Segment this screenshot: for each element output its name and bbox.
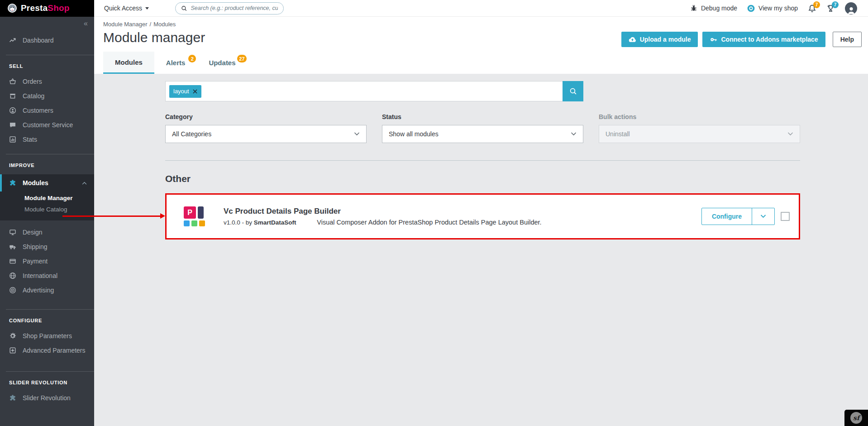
category-select[interactable]: All Categories <box>165 125 367 143</box>
tab-alerts-label: Alerts <box>166 59 186 67</box>
module-logo-letter: P <box>184 206 196 219</box>
module-logo-square-green <box>191 220 197 226</box>
module-description: Visual Composer Addon for PrestaShop Pro… <box>317 219 541 226</box>
global-search[interactable] <box>175 2 284 14</box>
tab-updates-label: Updates <box>209 59 235 67</box>
filters-row: Category All Categories Status Show all … <box>165 113 800 143</box>
quick-access-menu[interactable]: Quick Access <box>104 5 149 12</box>
configure-dropdown-toggle[interactable] <box>752 208 774 225</box>
page-title: Module manager <box>103 29 205 46</box>
sidebar-item-orders[interactable]: Orders <box>0 74 94 89</box>
sidebar-section-configure: CONFIGURE <box>0 310 94 329</box>
sidebar-item-customers[interactable]: Customers <box>0 103 94 118</box>
sidebar-item-label: Payment <box>23 258 48 265</box>
sidebar-item-label: Advanced Parameters <box>23 347 86 354</box>
sidebar-item-dashboard[interactable]: Dashboard <box>0 33 94 48</box>
category-filter: Category All Categories <box>165 113 367 143</box>
sidebar-item-advanced-parameters[interactable]: Advanced Parameters <box>0 343 94 358</box>
module-searchbar: layout <box>165 81 583 101</box>
prestashop-logo[interactable]: PrestaShop <box>0 0 94 17</box>
trending-up-icon <box>9 37 16 44</box>
tab-updates[interactable]: Updates 27 <box>197 52 247 74</box>
sidebar-item-shop-parameters[interactable]: Shop Parameters <box>0 329 94 343</box>
user-avatar[interactable] <box>845 2 857 14</box>
sidebar-item-advertising[interactable]: Advertising <box>0 283 94 297</box>
sidebar-item-design[interactable]: Design <box>0 225 94 239</box>
announcements-count-badge: 7 <box>832 1 839 8</box>
sidebar-item-label: Dashboard <box>23 37 54 44</box>
sidebar-item-label: Modules <box>23 179 48 187</box>
status-value: Show all modules <box>389 130 439 138</box>
view-my-shop[interactable]: View my shop <box>747 5 798 12</box>
help-button[interactable]: Help <box>833 32 862 47</box>
module-highlight-box: P Vc Product Details Page Builder v1.0.0… <box>165 193 800 239</box>
breadcrumb-module-manager[interactable]: Module Manager <box>103 21 148 28</box>
module-search-button[interactable] <box>563 81 583 101</box>
brand-shop: Shop <box>48 3 69 13</box>
eye-icon <box>747 5 755 12</box>
bulk-actions-label: Bulk actions <box>599 113 800 120</box>
module-logo: P <box>184 206 205 226</box>
sidebar-item-label: Design <box>23 229 43 236</box>
chat-bubble-icon <box>9 121 16 129</box>
annotation-arrow <box>62 215 160 217</box>
module-version: v1.0.0 - by <box>224 219 252 226</box>
tab-alerts[interactable]: Alerts 2 <box>154 52 197 74</box>
bulk-actions-select[interactable]: Uninstall <box>599 125 800 143</box>
announcements-trophy[interactable]: 7 <box>826 4 835 13</box>
configure-button[interactable]: Configure <box>702 208 752 225</box>
sidebar-item-slider-revolution[interactable]: Slider Revolution <box>0 391 94 405</box>
sidebar-item-international[interactable]: International <box>0 268 94 283</box>
breadcrumb: Module Manager/Modules <box>103 21 862 28</box>
sidebar-item-label: Stats <box>23 136 37 143</box>
module-search-input[interactable] <box>201 88 563 95</box>
person-circle-icon <box>9 107 16 114</box>
sidebar-item-customer-service[interactable]: Customer Service <box>0 118 94 132</box>
module-logo-bar <box>198 206 204 219</box>
category-label: Category <box>165 113 367 120</box>
status-select[interactable]: Show all modules <box>382 125 583 143</box>
prestashop-mascot-icon <box>7 3 17 13</box>
sidebar-item-label: Customer Service <box>23 121 73 129</box>
category-section-heading: Other <box>165 173 800 184</box>
monitor-icon <box>9 229 16 236</box>
sidebar-section-sell: SELL <box>0 55 94 74</box>
module-checkbox[interactable] <box>781 212 790 221</box>
sidebar-item-label: Customers <box>23 107 53 114</box>
remove-tag-icon[interactable] <box>193 89 197 94</box>
tab-modules[interactable]: Modules <box>103 52 154 74</box>
topbar-right: Debug mode View my shop 7 7 <box>690 2 868 14</box>
global-search-input[interactable] <box>191 5 278 11</box>
sidebar-item-modules[interactable]: Modules <box>0 174 94 191</box>
sidebar-item-label: Shipping <box>23 243 48 250</box>
updates-count-badge: 27 <box>237 55 246 62</box>
sidebar-subitem-module-catalog[interactable]: Module Catalog <box>24 204 94 215</box>
sidebar-item-stats[interactable]: Stats <box>0 132 94 147</box>
bulk-actions-value: Uninstall <box>606 130 630 138</box>
chevron-down-icon <box>354 132 360 136</box>
symfony-toolbar-button[interactable]: sf <box>844 410 868 426</box>
sidebar-item-shipping[interactable]: Shipping <box>0 239 94 254</box>
quick-access-label: Quick Access <box>104 5 142 12</box>
brand-wordmark: PrestaShop <box>21 3 70 13</box>
upload-module-button[interactable]: Upload a module <box>621 32 698 47</box>
brand-presta: Presta <box>21 3 48 13</box>
module-author: SmartDataSoft <box>254 219 296 226</box>
breadcrumb-separator: / <box>150 21 152 28</box>
category-value: All Categories <box>172 130 211 138</box>
chevron-up-icon <box>82 182 87 185</box>
connect-addons-button[interactable]: Connect to Addons marketplace <box>702 32 825 47</box>
gear-box-icon <box>9 347 16 354</box>
chevron-down-icon <box>760 215 766 218</box>
cloud-upload-icon <box>629 36 636 43</box>
status-filter: Status Show all modules <box>382 113 583 143</box>
notifications-bell[interactable]: 7 <box>808 4 816 13</box>
sidebar-item-catalog[interactable]: Catalog <box>0 89 94 103</box>
debug-mode[interactable]: Debug mode <box>690 5 737 12</box>
sidebar-subitem-module-manager[interactable]: Module Manager <box>24 192 94 204</box>
sidebar-item-payment[interactable]: Payment <box>0 254 94 268</box>
chevron-down-icon <box>787 132 793 136</box>
bar-chart-icon <box>9 136 16 143</box>
sidebar-collapse-button[interactable]: « <box>84 19 88 28</box>
sidebar-item-label: Orders <box>23 78 42 85</box>
